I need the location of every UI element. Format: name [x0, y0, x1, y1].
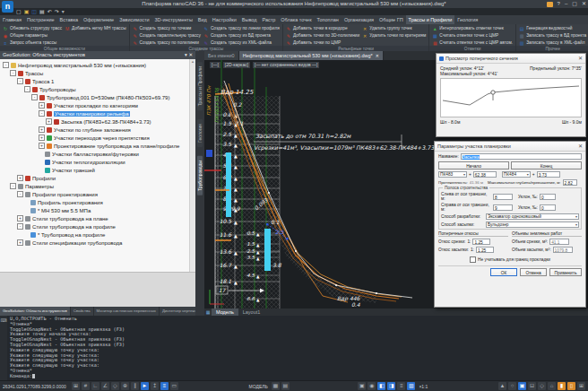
grid-icon[interactable]: # — [82, 382, 90, 390]
tree-item[interactable]: -Трубопровод,001 D=530мм (ПК480-ПК503+69… — [0, 93, 195, 101]
left-offset-input[interactable]: 8 — [493, 194, 513, 200]
ribbon-button[interactable]: ◉Общие параметры — [3, 32, 62, 39]
tree-expand-toggle[interactable]: + — [17, 239, 23, 246]
osnap-icon[interactable]: ◇ — [111, 382, 119, 390]
ribbon-tab-2[interactable]: Построение — [24, 15, 57, 24]
lineweight-icon[interactable]: ↥ — [151, 382, 159, 390]
pk-start-offset-input[interactable]: 62.38 — [473, 171, 497, 178]
cut-slope-input[interactable]: 1.25 — [472, 239, 490, 245]
print-icon[interactable]: ▤ — [39, 8, 45, 15]
cross-section-titlebar[interactable]: Просмотр поперечного сечения ✕ — [437, 54, 585, 64]
search-icon[interactable]: ○ — [508, 382, 516, 390]
tree-expand-toggle[interactable]: + — [39, 135, 45, 141]
command-history[interactable]: U,О,ПОСТРОИТЬ - Отменить*Отмена*ToggleOS… — [7, 316, 588, 380]
close-icon[interactable]: ✕ — [578, 54, 583, 63]
ribbon-button[interactable]: ▦Считать отметки точек с ЦМР автом. — [432, 39, 513, 46]
document-tab[interactable]: Без имени0 — [204, 51, 239, 60]
right-offset-input[interactable]: 9 — [493, 204, 513, 211]
open-file-icon[interactable]: ▣ — [24, 8, 30, 15]
tree-item[interactable]: -Участки планировки рельефа — [0, 109, 195, 117]
slope-right-input[interactable]: 0 — [540, 204, 556, 211]
palette-tab[interactable]: Монитор системных переменных — [94, 307, 160, 316]
tree-expand-toggle[interactable]: - — [39, 110, 45, 117]
app-logo[interactable]: n — [2, 1, 13, 13]
pk-end-select[interactable]: ПК484▾ — [502, 171, 531, 178]
ribbon-button[interactable]: ≡Запрос объекта трассы — [3, 39, 62, 46]
tree-item[interactable]: Участки теплогидроизоляции — [0, 158, 195, 166]
tree-expand-toggle[interactable]: + — [39, 102, 45, 109]
list-icon[interactable]: ≡ — [397, 382, 405, 390]
annot-icon[interactable]: ▭ — [170, 382, 178, 390]
model-space-icon[interactable]: ▦ — [272, 382, 280, 390]
tree-item[interactable]: Участки балластировки/футеровки — [0, 150, 195, 158]
ribbon-tab-13[interactable]: Организация — [342, 15, 376, 24]
fullscreen-icon[interactable]: ▲ — [498, 382, 506, 390]
undo-icon[interactable]: ↶ — [48, 8, 52, 15]
minimize-button[interactable]: – — [565, 0, 567, 8]
maximize-button[interactable]: ▢ — [572, 0, 577, 8]
ribbon-button[interactable]: ✎Создать трассу по линии профиля — [203, 25, 280, 31]
ribbon-button[interactable]: ✕Удалить группу точек — [362, 25, 426, 31]
ribbon-button[interactable]: ✎Добавить точки в коридоре — [286, 25, 359, 31]
ignore-bounds-checkbox[interactable] — [470, 256, 476, 263]
side-tab[interactable]: Трассы и Профили — [197, 62, 203, 110]
isolate-icon[interactable]: ◇ — [538, 382, 546, 390]
tree-expand-toggle[interactable]: - — [3, 62, 9, 68]
close-icon[interactable]: ✕ — [376, 51, 379, 60]
ribbon-button[interactable]: ✎Создать трассу из XML-файла — [203, 39, 280, 46]
ribbon-button[interactable]: ▥Записать трассу в XML-файл — [519, 39, 586, 46]
tree-item[interactable]: -Стили трубопровода на профиле — [0, 222, 195, 230]
tree-expand-toggle[interactable]: - — [17, 191, 23, 197]
ribbon-tab-6[interactable]: 3D-инструменты — [152, 15, 195, 24]
ribbon-tab-8[interactable]: Настройки — [210, 15, 239, 24]
model-label[interactable]: МОДЕЛЬ — [249, 384, 268, 389]
tree-expand-toggle[interactable]: + — [17, 175, 23, 181]
clean-screen-icon[interactable]: ⊡ — [528, 382, 536, 390]
tree-expand-toggle[interactable]: - — [10, 70, 16, 76]
slope-left-input[interactable]: 0 — [540, 194, 556, 200]
ribbon-tab-4[interactable]: Оформление — [81, 15, 117, 24]
tree-item[interactable]: +Засыпка (ПК483+62.38-ПК484+3.73) — [0, 117, 195, 126]
split-right-icon[interactable]: ◨ — [387, 382, 395, 390]
side-tab[interactable]: Геология — [197, 119, 203, 147]
pk-start-select[interactable]: ПК483▾ — [438, 171, 467, 178]
section-marker[interactable] — [491, 91, 495, 94]
menu-caret-icon[interactable]: ▾ — [62, 8, 65, 15]
tree-item[interactable]: +Участки по глубине заложения — [0, 126, 195, 134]
viewport-control[interactable]: [2D-каркас] — [223, 62, 250, 68]
tree-item[interactable]: +Участки прокладки по категориям — [0, 101, 195, 109]
ribbon-button[interactable]: ✎Создать трассу по полилинии — [133, 39, 201, 46]
palette-header[interactable]: GeoSolution: Область инструментов ▾ ✕ — [0, 51, 195, 59]
tree-expand-toggle[interactable]: - — [24, 86, 30, 92]
fill-method-select[interactable]: Бульдозер▾ — [486, 222, 579, 228]
lock-icon[interactable]: ▮ — [558, 382, 566, 390]
ribbon-tab-16[interactable]: Геология — [454, 15, 480, 24]
grid-view-icon[interactable]: ▥ — [407, 382, 415, 390]
tree-item[interactable]: +Участки переходов через препятствия — [0, 134, 195, 142]
command-line-window[interactable]: ⌨ U,О,ПОСТРОИТЬ - Отменить*Отмена*Toggle… — [0, 316, 588, 380]
document-tab[interactable]: Нефтепровод магистральный 530 мм (+изыск… — [239, 51, 384, 60]
tree-item[interactable]: +Профили — [0, 174, 195, 182]
ribbon-tab-14[interactable]: Общие ГП — [376, 15, 406, 24]
ok-button[interactable]: ОК — [490, 268, 517, 276]
ribbon-button[interactable]: ▤Генерация ведомостей — [519, 25, 586, 31]
layout-list-icon[interactable]: ▦ — [204, 309, 212, 315]
split-left-icon[interactable]: ◧ — [377, 382, 385, 390]
tree-item[interactable]: +Проектирование трубопровода на плане/пр… — [0, 142, 195, 150]
tree-expand-toggle[interactable]: - — [17, 78, 23, 84]
ucs-icon[interactable]: ∥ — [131, 382, 139, 390]
tree-expand-toggle[interactable]: - — [31, 94, 38, 100]
tree-item[interactable]: Участки траншей — [0, 166, 195, 174]
tree-expand-toggle[interactable]: + — [39, 126, 45, 133]
tree-item[interactable]: Профиль проектирования — [0, 198, 195, 206]
palette-scrollbar[interactable]: ▲ — [189, 59, 195, 272]
help-button[interactable]: ? — [558, 0, 560, 8]
pk-end-offset-input[interactable]: 3.73 — [537, 171, 560, 178]
ribbon-button[interactable]: ▦Считать отметки точек с ЦМР — [432, 32, 513, 39]
name-input[interactable]: Засыпка — [461, 153, 582, 160]
palette-tab[interactable]: GeoSolution: Область инструментов — [0, 307, 71, 316]
new-file-icon[interactable]: ▢ — [16, 8, 22, 15]
close-icon[interactable]: ✕ — [578, 142, 583, 151]
palette-tab[interactable]: Диспетчер чертежа — [160, 307, 201, 316]
ribbon-button[interactable]: ▥Записать трассу в БД проекта — [519, 32, 586, 39]
